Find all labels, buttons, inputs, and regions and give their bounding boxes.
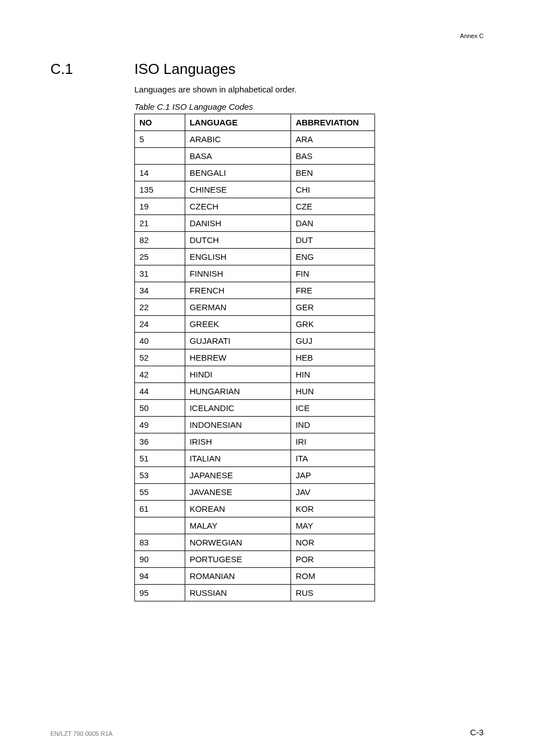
cell-no: 19 xyxy=(135,198,185,215)
table-row: 25ENGLISHENG xyxy=(135,249,375,265)
page: Annex C C.1 ISO Languages Languages are … xyxy=(0,0,534,756)
cell-no: 83 xyxy=(135,534,185,551)
cell-language: ENGLISH xyxy=(185,249,291,265)
cell-abbreviation: ICE xyxy=(291,400,375,417)
cell-abbreviation: FIN xyxy=(291,265,375,282)
table-row: 36IRISHIRI xyxy=(135,433,375,450)
footer-page-number: C-3 xyxy=(470,727,484,737)
table-row: 21DANISHDAN xyxy=(135,215,375,232)
table-row: 5ARABICARA xyxy=(135,131,375,148)
cell-language: RUSSIAN xyxy=(185,585,291,601)
cell-language: FRENCH xyxy=(185,282,291,299)
th-abbreviation: ABBREVIATION xyxy=(291,114,375,131)
footer-doc-id: EN/LZT 790 0005 R1A xyxy=(50,730,113,737)
cell-abbreviation: FRE xyxy=(291,282,375,299)
th-no: NO xyxy=(135,114,185,131)
table-row: 83NORWEGIANNOR xyxy=(135,534,375,551)
table-row: 135CHINESECHI xyxy=(135,181,375,198)
cell-abbreviation: ENG xyxy=(291,249,375,265)
cell-abbreviation: CZE xyxy=(291,198,375,215)
table-row: 94ROMANIANROM xyxy=(135,568,375,585)
cell-no: 34 xyxy=(135,282,185,299)
cell-language: GREEK xyxy=(185,316,291,333)
cell-abbreviation: RUS xyxy=(291,585,375,601)
cell-no: 94 xyxy=(135,568,185,585)
cell-no: 95 xyxy=(135,585,185,601)
cell-language: INDONESIAN xyxy=(185,417,291,433)
cell-abbreviation: KOR xyxy=(291,501,375,517)
cell-language: DUTCH xyxy=(185,232,291,249)
cell-abbreviation: HUN xyxy=(291,383,375,400)
intro-text: Languages are shown in alphabetical orde… xyxy=(134,85,484,94)
table-caption: Table C.1 ISO Language Codes xyxy=(134,102,484,111)
table-row: 24GREEKGRK xyxy=(135,316,375,333)
cell-language: MALAY xyxy=(185,517,291,534)
table-row: 55JAVANESEJAV xyxy=(135,484,375,501)
table-row: 19CZECHCZE xyxy=(135,198,375,215)
annex-label: Annex C xyxy=(460,32,484,39)
cell-language: KOREAN xyxy=(185,501,291,517)
table-row: 44HUNGARIANHUN xyxy=(135,383,375,400)
cell-no: 22 xyxy=(135,299,185,316)
cell-language: ICELANDIC xyxy=(185,400,291,417)
cell-no: 90 xyxy=(135,551,185,568)
table-row: BASABAS xyxy=(135,148,375,165)
table-row: 95RUSSIANRUS xyxy=(135,585,375,601)
cell-language: ROMANIAN xyxy=(185,568,291,585)
table-row: 34FRENCHFRE xyxy=(135,282,375,299)
th-language: LANGUAGE xyxy=(185,114,291,131)
cell-abbreviation: GRK xyxy=(291,316,375,333)
cell-no: 50 xyxy=(135,400,185,417)
cell-no: 24 xyxy=(135,316,185,333)
cell-language: CZECH xyxy=(185,198,291,215)
cell-abbreviation: GER xyxy=(291,299,375,316)
cell-language: GERMAN xyxy=(185,299,291,316)
cell-language: JAVANESE xyxy=(185,484,291,501)
cell-language: CHINESE xyxy=(185,181,291,198)
section-title: ISO Languages xyxy=(134,60,236,78)
iso-language-table: NO LANGUAGE ABBREVIATION 5ARABICARABASAB… xyxy=(134,114,375,601)
cell-abbreviation: ITA xyxy=(291,450,375,467)
cell-no: 36 xyxy=(135,433,185,450)
cell-language: NORWEGIAN xyxy=(185,534,291,551)
cell-language: BASA xyxy=(185,148,291,165)
table-row: MALAYMAY xyxy=(135,517,375,534)
cell-abbreviation: ROM xyxy=(291,568,375,585)
table-row: 49INDONESIANIND xyxy=(135,417,375,433)
cell-language: GUJARATI xyxy=(185,333,291,349)
cell-abbreviation: BAS xyxy=(291,148,375,165)
table-row: 90PORTUGESEPOR xyxy=(135,551,375,568)
cell-no: 51 xyxy=(135,450,185,467)
cell-language: HUNGARIAN xyxy=(185,383,291,400)
cell-language: BENGALI xyxy=(185,165,291,181)
cell-no: 40 xyxy=(135,333,185,349)
table-row: 51ITALIANITA xyxy=(135,450,375,467)
cell-no: 49 xyxy=(135,417,185,433)
cell-abbreviation: POR xyxy=(291,551,375,568)
cell-language: HEBREW xyxy=(185,349,291,366)
table-header-row: NO LANGUAGE ABBREVIATION xyxy=(135,114,375,131)
cell-abbreviation: MAY xyxy=(291,517,375,534)
cell-no: 5 xyxy=(135,131,185,148)
table-row: 53JAPANESEJAP xyxy=(135,467,375,484)
cell-no: 82 xyxy=(135,232,185,249)
cell-no: 61 xyxy=(135,501,185,517)
cell-abbreviation: JAP xyxy=(291,467,375,484)
cell-language: ARABIC xyxy=(185,131,291,148)
cell-abbreviation: DAN xyxy=(291,215,375,232)
table-row: 14BENGALIBEN xyxy=(135,165,375,181)
cell-no: 135 xyxy=(135,181,185,198)
cell-abbreviation: CHI xyxy=(291,181,375,198)
cell-language: IRISH xyxy=(185,433,291,450)
cell-abbreviation: HIN xyxy=(291,366,375,383)
cell-language: HINDI xyxy=(185,366,291,383)
cell-language: FINNISH xyxy=(185,265,291,282)
cell-abbreviation: HEB xyxy=(291,349,375,366)
cell-language: DANISH xyxy=(185,215,291,232)
cell-abbreviation: NOR xyxy=(291,534,375,551)
cell-abbreviation: BEN xyxy=(291,165,375,181)
cell-no: 53 xyxy=(135,467,185,484)
content-block: Languages are shown in alphabetical orde… xyxy=(134,85,484,601)
cell-abbreviation: IRI xyxy=(291,433,375,450)
cell-abbreviation: JAV xyxy=(291,484,375,501)
